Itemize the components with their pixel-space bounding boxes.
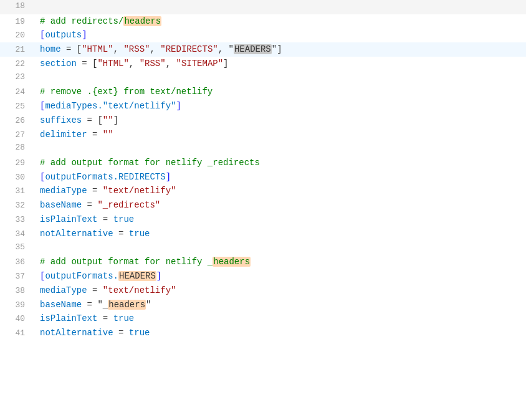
line-content-20: [outputs] bbox=[37, 28, 526, 42]
key-isplaintext-33: isPlainText bbox=[40, 214, 97, 224]
highlight-headers-37: HEADERS bbox=[118, 271, 156, 281]
line-content-37: [outputFormats.HEADERS] bbox=[37, 269, 526, 283]
line-content-30: [outputFormats.REDIRECTS] bbox=[37, 170, 526, 184]
plain-27a: = bbox=[87, 130, 103, 140]
line-num-20: 20 bbox=[0, 29, 37, 42]
comment-36: # add output format for netlify _headers bbox=[40, 257, 251, 267]
line-num-19: 19 bbox=[0, 16, 37, 29]
line-content-31: mediaType = "text/netlify" bbox=[37, 184, 526, 198]
line-content-39: baseName = "_headers" bbox=[37, 298, 526, 312]
line-num-22: 22 bbox=[0, 58, 37, 71]
plain-22d: ] bbox=[223, 59, 228, 69]
line-num-35: 35 bbox=[0, 241, 37, 254]
str-sitemap-22: "SITEMAP" bbox=[176, 59, 223, 69]
comment-19: # add redirects/headers bbox=[40, 16, 161, 26]
line-content-36: # add output format for netlify _headers bbox=[37, 255, 526, 269]
plain-21b: , bbox=[113, 44, 124, 54]
code-line-22: 22 section = ["HTML", "RSS", "SITEMAP"] bbox=[0, 57, 526, 71]
code-line-38: 38 mediaType = "text/netlify" bbox=[0, 284, 526, 298]
plain-31a: = bbox=[87, 186, 103, 196]
code-line-21: 21 home = ["HTML", "RSS", "REDIRECTS", "… bbox=[0, 42, 526, 57]
val-true-40: true bbox=[113, 313, 135, 323]
str-html-22: "HTML" bbox=[97, 59, 128, 69]
code-line-40: 40 isPlainText = true bbox=[0, 312, 526, 326]
code-line-26: 26 suffixes = [""] bbox=[0, 113, 526, 128]
code-line-23: 23 bbox=[0, 71, 526, 85]
code-line-36: 36 # add output format for netlify _head… bbox=[0, 255, 526, 269]
key-basename-32: baseName bbox=[40, 200, 82, 210]
line-content-25: [mediaTypes."text/netlify"] bbox=[37, 99, 526, 113]
code-line-33: 33 isPlainText = true bbox=[0, 212, 526, 227]
key-mediatype-31: mediaType bbox=[40, 186, 87, 196]
line-content-21: home = ["HTML", "RSS", "REDIRECTS", "HEA… bbox=[37, 42, 526, 56]
line-content-22: section = ["HTML", "RSS", "SITEMAP"] bbox=[37, 57, 526, 70]
line-num-18: 18 bbox=[0, 0, 37, 13]
line-content-26: suffixes = [""] bbox=[37, 113, 526, 127]
key-mediatypes: mediaTypes."text/netlify" bbox=[45, 101, 176, 111]
plain-21d: , " bbox=[218, 44, 234, 54]
str-rss-22: "RSS" bbox=[140, 59, 166, 69]
code-line-29: 29 # add output format for netlify _redi… bbox=[0, 156, 526, 170]
plain-21e: "] bbox=[272, 44, 282, 54]
line-num-30: 30 bbox=[0, 171, 37, 184]
code-line-19: 19 # add redirects/headers bbox=[0, 14, 526, 29]
plain-38a: = bbox=[87, 285, 103, 295]
key-outputs: outputs bbox=[45, 30, 82, 40]
line-num-37: 37 bbox=[0, 270, 37, 284]
str-mediatype-31: "text/netlify" bbox=[103, 186, 176, 196]
key-section: section bbox=[40, 59, 77, 69]
key-notalternative-41: notAlternative bbox=[40, 328, 113, 338]
line-num-26: 26 bbox=[0, 115, 37, 128]
line-content-41: notAlternative = true bbox=[37, 326, 526, 340]
code-line-32: 32 baseName = "_redirects" bbox=[0, 198, 526, 212]
highlight-headers-19: headers bbox=[123, 16, 161, 26]
line-content-33: isPlainText = true bbox=[37, 212, 526, 226]
code-line-30: 30 [outputFormats.REDIRECTS] bbox=[0, 170, 526, 184]
code-line-31: 31 mediaType = "text/netlify" bbox=[0, 184, 526, 198]
code-line-34: 34 notAlternative = true bbox=[0, 227, 526, 241]
code-line-20: 20 [outputs] bbox=[0, 28, 526, 42]
str-redirects-21: "REDIRECTS" bbox=[160, 44, 218, 54]
line-content-38: mediaType = "text/netlify" bbox=[37, 284, 526, 297]
line-num-33: 33 bbox=[0, 214, 37, 227]
line-content-29: # add output format for netlify _redirec… bbox=[37, 156, 526, 169]
line-num-28: 28 bbox=[0, 141, 37, 155]
bracket-25b: ] bbox=[176, 101, 181, 111]
line-num-23: 23 bbox=[0, 71, 37, 84]
line-num-25: 25 bbox=[0, 100, 37, 113]
line-content-34: notAlternative = true bbox=[37, 227, 526, 241]
code-line-27: 27 delimiter = "" bbox=[0, 128, 526, 142]
bracket-37b: ] bbox=[156, 271, 161, 281]
highlight-headers-21: HEADERS bbox=[234, 44, 272, 54]
str-delimiter: "" bbox=[103, 130, 113, 140]
bracket-30b: ] bbox=[166, 172, 171, 182]
line-num-34: 34 bbox=[0, 228, 37, 241]
code-editor: 18 19 # add redirects/headers 20 [output… bbox=[0, 0, 526, 420]
plain-21a: = [ bbox=[61, 44, 82, 54]
str-mediatype-38: "text/netlify" bbox=[103, 285, 176, 295]
key-home: home bbox=[40, 44, 61, 54]
line-num-36: 36 bbox=[0, 256, 37, 269]
code-line-18: 18 bbox=[0, 0, 526, 14]
code-line-35: 35 bbox=[0, 241, 526, 255]
line-num-31: 31 bbox=[0, 185, 37, 198]
val-true-33: true bbox=[113, 214, 135, 224]
comment-29: # add output format for netlify _redirec… bbox=[40, 158, 260, 168]
line-num-21: 21 bbox=[0, 44, 37, 57]
code-line-39: 39 baseName = "_headers" bbox=[0, 298, 526, 312]
plain-39b: " bbox=[146, 300, 151, 310]
plain-41a: = bbox=[113, 328, 129, 338]
plain-26a: = [ bbox=[82, 115, 103, 125]
key-outputformats-redirects: outputFormats.REDIRECTS bbox=[45, 172, 165, 182]
key-outputformats-37: outputFormats. bbox=[45, 271, 118, 281]
line-num-32: 32 bbox=[0, 199, 37, 212]
line-num-29: 29 bbox=[0, 157, 37, 170]
plain-40a: = bbox=[97, 313, 113, 323]
code-line-41: 41 notAlternative = true bbox=[0, 326, 526, 340]
line-num-24: 24 bbox=[0, 86, 37, 99]
bracket-20b: ] bbox=[82, 30, 87, 40]
plain-34a: = bbox=[113, 229, 129, 239]
plain-33a: = bbox=[97, 214, 113, 224]
key-notalternative-34: notAlternative bbox=[40, 229, 113, 239]
code-line-37: 37 [outputFormats.HEADERS] bbox=[0, 269, 526, 284]
